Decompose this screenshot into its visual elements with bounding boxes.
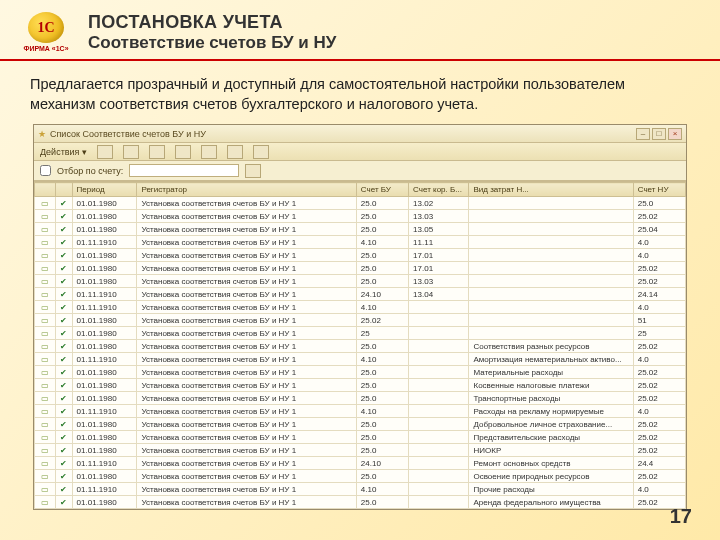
row-check-icon: ✔ [55, 405, 72, 418]
minimize-button[interactable]: – [636, 128, 650, 140]
table-row[interactable]: ▭✔01.11.1910Установка соответствия счето… [35, 288, 686, 301]
table-row[interactable]: ▭✔01.01.1980Установка соответствия счето… [35, 340, 686, 353]
cell-acct-bu: 4.10 [356, 236, 408, 249]
cell-period: 01.11.1910 [72, 405, 137, 418]
col-icon[interactable] [35, 183, 56, 197]
cell-registrar: Установка соответствия счетов БУ и НУ 1 [137, 262, 356, 275]
filter-account-input[interactable] [129, 164, 239, 177]
row-icon: ▭ [35, 366, 56, 379]
cell-acct-bu: 25.0 [356, 210, 408, 223]
col-acct-bu[interactable]: Счет БУ [356, 183, 408, 197]
table-row[interactable]: ▭✔01.01.1980Установка соответствия счето… [35, 379, 686, 392]
table-row[interactable]: ▭✔01.01.1980Установка соответствия счето… [35, 275, 686, 288]
row-icon: ▭ [35, 249, 56, 262]
cell-acct-cor [409, 405, 469, 418]
col-acct-cor[interactable]: Счет кор. Б... [409, 183, 469, 197]
filter-select-button[interactable] [245, 164, 261, 178]
row-icon: ▭ [35, 197, 56, 210]
table-row[interactable]: ▭✔01.01.1980Установка соответствия счето… [35, 314, 686, 327]
cell-acct-cor [409, 379, 469, 392]
cell-acct-cor: 13.04 [409, 288, 469, 301]
cell-cost-type: Прочие расходы [469, 483, 633, 496]
table-row[interactable]: ▭✔01.11.1910Установка соответствия счето… [35, 483, 686, 496]
row-check-icon: ✔ [55, 314, 72, 327]
table-row[interactable]: ▭✔01.11.1910Установка соответствия счето… [35, 405, 686, 418]
cell-period: 01.11.1910 [72, 457, 137, 470]
cell-acct-bu: 25.0 [356, 418, 408, 431]
cell-cost-type: Транспортные расходы [469, 392, 633, 405]
table-row[interactable]: ▭✔01.01.1980Установка соответствия счето… [35, 327, 686, 340]
toolbar-menu-actions[interactable]: Действия ▾ [40, 147, 87, 157]
row-icon: ▭ [35, 327, 56, 340]
row-icon: ▭ [35, 418, 56, 431]
cell-acct-cor [409, 418, 469, 431]
table-row[interactable]: ▭✔01.01.1980Установка соответствия счето… [35, 418, 686, 431]
row-check-icon: ✔ [55, 197, 72, 210]
cell-acct-nu: 25.02 [633, 431, 685, 444]
cell-period: 01.11.1910 [72, 483, 137, 496]
table-row[interactable]: ▭✔01.01.1980Установка соответствия счето… [35, 223, 686, 236]
table-row[interactable]: ▭✔01.01.1980Установка соответствия счето… [35, 249, 686, 262]
toolbar-button-2[interactable] [123, 145, 139, 159]
row-check-icon: ✔ [55, 431, 72, 444]
cell-acct-bu: 4.10 [356, 301, 408, 314]
cell-period: 01.01.1980 [72, 392, 137, 405]
table-row[interactable]: ▭✔01.11.1910Установка соответствия счето… [35, 353, 686, 366]
col-period[interactable]: Период [72, 183, 137, 197]
window-titlebar: ★ Список Соответствие счетов БУ и НУ – □… [34, 125, 686, 143]
table-row[interactable]: ▭✔01.01.1980Установка соответствия счето… [35, 197, 686, 210]
col-check[interactable] [55, 183, 72, 197]
cell-acct-nu: 4.0 [633, 483, 685, 496]
toolbar-button-5[interactable] [201, 145, 217, 159]
row-icon: ▭ [35, 392, 56, 405]
table-row[interactable]: ▭✔01.01.1980Установка соответствия счето… [35, 444, 686, 457]
table-row[interactable]: ▭✔01.01.1980Установка соответствия счето… [35, 470, 686, 483]
table-row[interactable]: ▭✔01.01.1980Установка соответствия счето… [35, 431, 686, 444]
filter-checkbox[interactable] [40, 165, 51, 176]
cell-acct-bu: 25.0 [356, 340, 408, 353]
toolbar-button-1[interactable] [97, 145, 113, 159]
cell-acct-bu: 25 [356, 327, 408, 340]
cell-cost-type: Ремонт основных средств [469, 457, 633, 470]
cell-cost-type [469, 275, 633, 288]
cell-acct-bu: 24.10 [356, 288, 408, 301]
cell-acct-cor [409, 353, 469, 366]
row-check-icon: ✔ [55, 223, 72, 236]
col-registrar[interactable]: Регистратор [137, 183, 356, 197]
table-row[interactable]: ▭✔01.01.1980Установка соответствия счето… [35, 366, 686, 379]
table-row[interactable]: ▭✔01.01.1980Установка соответствия счето… [35, 262, 686, 275]
toolbar-button-7[interactable] [253, 145, 269, 159]
cell-period: 01.01.1980 [72, 223, 137, 236]
row-icon: ▭ [35, 223, 56, 236]
cell-acct-nu: 25.02 [633, 418, 685, 431]
cell-acct-nu: 25.0 [633, 197, 685, 210]
table-row[interactable]: ▭✔01.11.1910Установка соответствия счето… [35, 301, 686, 314]
cell-registrar: Установка соответствия счетов БУ и НУ 1 [137, 236, 356, 249]
cell-acct-nu: 25.02 [633, 470, 685, 483]
maximize-button[interactable]: □ [652, 128, 666, 140]
row-check-icon: ✔ [55, 483, 72, 496]
table-row[interactable]: ▭✔01.01.1980Установка соответствия счето… [35, 210, 686, 223]
close-button[interactable]: × [668, 128, 682, 140]
table-row[interactable]: ▭✔01.01.1980Установка соответствия счето… [35, 392, 686, 405]
cell-period: 01.01.1980 [72, 314, 137, 327]
table-row[interactable]: ▭✔01.11.1910Установка соответствия счето… [35, 457, 686, 470]
cell-acct-cor [409, 470, 469, 483]
cell-cost-type: Соответствия разных ресурсов [469, 340, 633, 353]
col-cost-type[interactable]: Вид затрат Н... [469, 183, 633, 197]
cell-acct-bu: 25.0 [356, 444, 408, 457]
cell-registrar: Установка соответствия счетов БУ и НУ 1 [137, 288, 356, 301]
cell-period: 01.01.1980 [72, 340, 137, 353]
cell-acct-nu: 25.02 [633, 444, 685, 457]
col-acct-nu[interactable]: Счет НУ [633, 183, 685, 197]
toolbar-button-4[interactable] [175, 145, 191, 159]
table-row[interactable]: ▭✔01.11.1910Установка соответствия счето… [35, 236, 686, 249]
row-check-icon: ✔ [55, 392, 72, 405]
row-check-icon: ✔ [55, 496, 72, 509]
table-row[interactable]: ▭✔01.01.1980Установка соответствия счето… [35, 496, 686, 509]
cell-cost-type: Добровольное личное страхование... [469, 418, 633, 431]
cell-period: 01.11.1910 [72, 288, 137, 301]
toolbar-button-3[interactable] [149, 145, 165, 159]
toolbar-button-6[interactable] [227, 145, 243, 159]
cell-period: 01.01.1980 [72, 496, 137, 509]
